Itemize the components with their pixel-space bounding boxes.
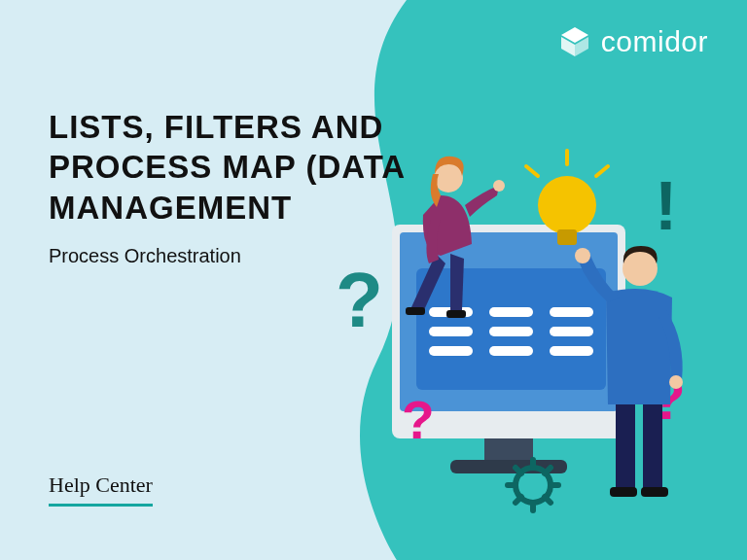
- question-mark-icon: ?: [402, 390, 435, 450]
- svg-rect-3: [484, 437, 533, 460]
- svg-line-27: [516, 468, 521, 473]
- gear-icon: [508, 460, 558, 510]
- hero-content: LISTS, FILTERS AND PROCESS MAP (DATA MAN…: [49, 107, 457, 267]
- svg-line-28: [545, 468, 551, 473]
- exclamation-icon: !: [655, 168, 677, 244]
- page-title: LISTS, FILTERS AND PROCESS MAP (DATA MAN…: [49, 107, 457, 228]
- svg-rect-12: [489, 327, 533, 336]
- help-center-label: Help Center: [49, 472, 153, 507]
- page-subtitle: Process Orchestration: [49, 245, 457, 267]
- svg-rect-10: [429, 346, 473, 356]
- svg-line-20: [596, 166, 608, 176]
- brand-name: comidor: [601, 25, 708, 58]
- svg-line-21: [526, 166, 538, 176]
- brand-cube-icon: [558, 25, 591, 58]
- brand-logo: comidor: [558, 25, 708, 58]
- svg-rect-14: [550, 307, 593, 317]
- svg-point-39: [575, 248, 590, 263]
- svg-rect-38: [641, 487, 668, 497]
- svg-rect-13: [489, 346, 533, 356]
- svg-point-33: [493, 180, 505, 192]
- svg-rect-9: [429, 327, 473, 336]
- svg-rect-18: [557, 229, 577, 245]
- question-mark-icon: ?: [336, 257, 383, 343]
- svg-line-30: [545, 497, 551, 503]
- svg-point-17: [538, 176, 596, 234]
- svg-rect-31: [406, 307, 425, 315]
- svg-rect-15: [550, 327, 593, 336]
- svg-rect-32: [446, 310, 466, 318]
- svg-rect-37: [610, 487, 637, 497]
- svg-rect-16: [550, 346, 593, 356]
- svg-line-29: [516, 497, 521, 503]
- svg-point-40: [669, 375, 683, 389]
- svg-rect-11: [489, 307, 533, 317]
- svg-rect-36: [643, 398, 662, 490]
- svg-rect-35: [616, 398, 635, 490]
